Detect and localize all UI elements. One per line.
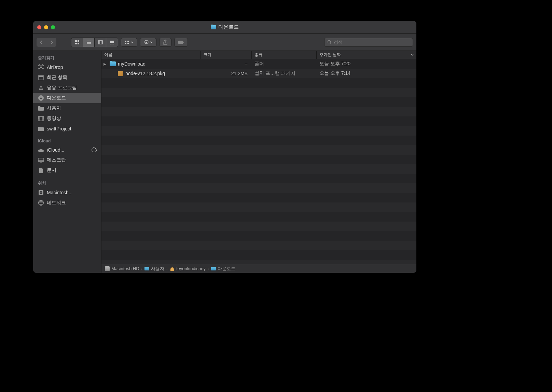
share-button[interactable] [159, 38, 171, 47]
arrange-button[interactable] [121, 38, 137, 47]
action-button[interactable] [140, 38, 156, 47]
sidebar-item[interactable]: Macintosh... [33, 187, 101, 198]
file-row[interactable]: node-v12.18.2.pkg21.2MB설치 프…램 패키지오늘 오후 7… [101, 69, 416, 78]
svg-rect-11 [110, 44, 111, 44]
view-icon-button[interactable] [71, 38, 83, 47]
window-title-text: 다운로드 [218, 24, 239, 30]
close-button[interactable] [37, 25, 41, 29]
svg-rect-0 [75, 40, 77, 42]
path-item[interactable]: 사용자 [144, 266, 164, 272]
sidebar-item-label: 사용자 [47, 105, 96, 111]
svg-rect-3 [78, 43, 79, 44]
path-item[interactable]: 다운로드 [211, 266, 235, 272]
desktop-icon [38, 157, 44, 163]
search-placeholder: 검색 [334, 39, 343, 45]
maximize-button[interactable] [51, 25, 55, 29]
sidebar-item[interactable]: 다운로드 [33, 93, 101, 103]
sidebar-item[interactable]: 데스크탑 [33, 155, 101, 165]
column-header-size[interactable]: 크기 [201, 51, 252, 59]
svg-rect-16 [125, 43, 126, 44]
sidebar-item[interactable]: 최근 항목 [33, 72, 101, 83]
column-headers: 이름 크기 종류 추가된 날짜 [101, 51, 416, 59]
sidebar-item-label: 네트워크 [47, 200, 96, 206]
sidebar-item[interactable]: 사용자 [33, 103, 101, 113]
sidebar-item-label: Macintosh... [47, 190, 96, 195]
svg-rect-34 [38, 158, 44, 162]
sidebar-item-label: 데스크탑 [47, 157, 96, 163]
file-kind-cell: 설치 프…램 패키지 [252, 70, 317, 76]
sidebar-item[interactable]: 응용 프로그램 [33, 83, 101, 93]
path-item-label: 다운로드 [218, 266, 235, 272]
svg-rect-21 [39, 76, 43, 80]
path-item-label: 사용자 [151, 266, 164, 272]
sidebar-item[interactable]: iCloud... [33, 145, 101, 155]
back-button[interactable] [37, 38, 46, 47]
path-separator-icon: › [166, 267, 168, 271]
svg-rect-22 [39, 75, 43, 76]
window-title: 다운로드 [211, 24, 239, 30]
path-separator-icon: › [208, 267, 209, 271]
finder-window: 다운로드 [33, 20, 417, 273]
view-switcher [71, 38, 118, 47]
folder-icon [144, 267, 149, 270]
sidebar-item[interactable]: 동영상 [33, 113, 101, 124]
svg-point-18 [328, 41, 331, 43]
disk-icon [105, 266, 110, 271]
file-row[interactable]: ▶myDownload--폴더오늘 오후 7:20 [101, 59, 416, 69]
main-content: 즐겨찾기AirDrop최근 항목응용 프로그램다운로드사용자동영상swiftPr… [33, 51, 416, 273]
path-item-label: teyonkindisney [176, 266, 206, 271]
sidebar-item[interactable]: 문서 [33, 165, 101, 176]
view-column-button[interactable] [95, 38, 106, 47]
nav-buttons [37, 38, 56, 47]
titlebar[interactable]: 다운로드 [33, 21, 416, 34]
sidebar-section-header: iCloud [33, 137, 101, 145]
documents-icon [38, 167, 44, 173]
forward-button[interactable] [47, 38, 56, 47]
folder-icon [38, 105, 44, 111]
sidebar-item[interactable]: 네트워크 [33, 198, 101, 208]
path-item[interactable]: teyonkindisney [170, 266, 206, 271]
column-header-name[interactable]: 이름 [101, 51, 201, 59]
sidebar-item-label: 동영상 [47, 115, 96, 122]
applications-icon [38, 85, 44, 91]
disk-icon [38, 190, 44, 196]
path-item-label: Macintosh HD [111, 266, 139, 271]
path-separator-icon: › [141, 267, 143, 271]
view-gallery-button[interactable] [106, 38, 118, 47]
search-input[interactable]: 검색 [324, 38, 413, 47]
sidebar-item-label: iCloud... [47, 147, 89, 153]
search-icon [327, 40, 332, 44]
column-header-kind[interactable]: 종류 [252, 51, 317, 59]
path-item[interactable]: Macintosh HD [105, 266, 139, 271]
recents-icon [38, 74, 44, 81]
tags-button[interactable] [174, 38, 188, 47]
folder-icon [211, 25, 216, 29]
folder-icon [110, 61, 116, 66]
svg-rect-15 [127, 41, 129, 42]
svg-rect-14 [125, 41, 126, 42]
sidebar-item[interactable]: swiftProject [33, 124, 101, 134]
disclosure-triangle-icon[interactable]: ▶ [104, 62, 108, 66]
minimize-button[interactable] [44, 25, 48, 29]
progress-indicator-icon [92, 148, 96, 152]
svg-point-39 [41, 192, 42, 193]
sidebar-item-label: 문서 [47, 167, 96, 173]
gear-icon [144, 40, 149, 45]
movies-icon [38, 115, 44, 122]
file-list[interactable]: ▶myDownload--폴더오늘 오후 7:20node-v12.18.2.p… [101, 59, 416, 264]
file-name-label: myDownload [118, 61, 146, 67]
path-bar: Macintosh HD›사용자›teyonkindisney›다운로드 [101, 264, 416, 273]
traffic-lights [33, 25, 55, 29]
svg-rect-17 [127, 43, 129, 44]
file-kind-cell: 폴더 [252, 61, 317, 67]
file-name-cell: node-v12.18.2.pkg [101, 71, 201, 76]
sidebar-section-header: 즐겨찾기 [33, 54, 101, 62]
column-header-date[interactable]: 추가된 날짜 [317, 51, 416, 59]
icloud-icon [38, 147, 44, 153]
sidebar-item-label: 다운로드 [47, 95, 96, 101]
file-area: 이름 크기 종류 추가된 날짜 ▶myDownload--폴더오늘 오후 7:2… [101, 51, 416, 273]
sidebar-item[interactable]: AirDrop [33, 62, 101, 72]
sidebar-item-label: AirDrop [47, 65, 96, 70]
view-list-button[interactable] [83, 38, 95, 47]
folder-icon [38, 126, 44, 132]
